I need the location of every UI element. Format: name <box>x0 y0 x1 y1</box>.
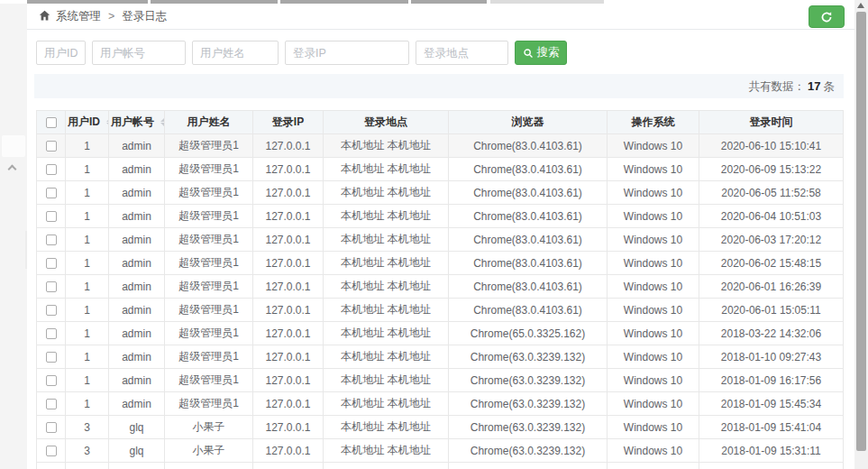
row-select-cell <box>37 369 66 392</box>
row-checkbox[interactable] <box>46 422 57 433</box>
row-checkbox[interactable] <box>46 281 57 292</box>
cell-location: 本机地址 本机地址 <box>324 181 449 205</box>
cell-name: 超级管理员1 <box>165 228 253 252</box>
cell-ip: 127.0.0.1 <box>253 299 324 322</box>
record-count-label: 共有数据： <box>749 80 806 93</box>
table-body: 1admin超级管理员1127.0.0.1本机地址 本机地址Chrome(83.… <box>37 134 844 469</box>
cell-browser: Chrome(83.0.4103.61) <box>449 228 608 252</box>
col-header-user-id[interactable]: 用户ID <box>66 111 109 134</box>
row-checkbox[interactable] <box>46 399 57 409</box>
cell-name: 小果子 <box>165 416 253 439</box>
breadcrumb-section[interactable]: 系统管理 <box>56 9 101 24</box>
cell-user-id: 3 <box>66 439 109 463</box>
row-checkbox[interactable] <box>46 188 57 198</box>
cell-time: 2020-06-03 17:20:12 <box>699 228 844 252</box>
sidebar-mini-card[interactable] <box>2 135 25 157</box>
cell-os: Windows 10 <box>608 158 699 181</box>
cell-name: 超级管理员1 <box>165 392 253 416</box>
cell-name: 超级管理员1 <box>165 369 253 392</box>
cell-location: 本机地址 本机地址 <box>324 369 449 392</box>
cell-user-id: 1 <box>66 345 109 369</box>
table-row: 1admin超级管理员1127.0.0.1本机地址 本机地址Chrome(83.… <box>37 228 844 252</box>
cell-user-id: 1 <box>66 275 109 299</box>
refresh-icon <box>820 11 833 23</box>
table-row: 1admin超级管理员1127.0.0.1本机地址 本机地址Chrome(63.… <box>37 392 844 416</box>
cell-browser: Chrome(63.0.3239.132) <box>449 345 608 369</box>
search-login-location-input[interactable] <box>416 41 508 65</box>
cell-account: admin <box>109 181 165 205</box>
login-log-table: 用户ID 用户帐号 用户姓名 登录IP 登录地点 浏览器 操作系统 登录时间 1… <box>36 110 844 469</box>
cell-os: Windows 10 <box>608 299 699 322</box>
cell-account: admin <box>109 252 165 275</box>
cell-ip: 127.0.0.1 <box>253 322 324 345</box>
cell-os: Windows 10 <box>608 252 699 275</box>
row-checkbox[interactable] <box>46 352 57 363</box>
cell-account: admin <box>109 158 165 181</box>
row-checkbox[interactable] <box>46 141 57 152</box>
search-account-input[interactable] <box>92 41 186 65</box>
cell-time: 2018-01-09 16:17:56 <box>699 369 844 392</box>
cell-location: 本机地址 本机地址 <box>324 228 449 252</box>
cell-os: Windows 10 <box>608 345 699 369</box>
row-checkbox[interactable] <box>46 234 57 245</box>
select-all-checkbox[interactable] <box>46 117 57 128</box>
cell-browser: Chrome(83.0.4103.61) <box>449 252 608 275</box>
cell-os: Windows 10 <box>608 134 699 158</box>
cell-browser: Chrome(63.0.3239.132) <box>449 439 608 463</box>
cell-browser: Chrome(83.0.4103.61) <box>449 205 608 228</box>
row-checkbox[interactable] <box>46 164 57 175</box>
cell-account: admin <box>109 322 165 345</box>
table-row: 1admin超级管理员1127.0.0.1本机地址 本机地址Chrome(83.… <box>37 205 844 228</box>
cell-ip: 127.0.0.1 <box>253 392 324 416</box>
row-checkbox[interactable] <box>46 446 57 456</box>
cell-browser: Chrome(65.0.3325.162) <box>449 322 608 345</box>
col-header-label: 用户ID <box>68 115 100 128</box>
cell-time: 2020-06-09 15:13:22 <box>699 158 844 181</box>
chevron-up-icon[interactable] <box>8 165 17 174</box>
cell-browser: Chrome(83.0.4103.61) <box>449 134 608 158</box>
cell-location: 本机地址 本机地址 <box>324 439 449 463</box>
cell-os: Windows 10 <box>608 228 699 252</box>
cell-ip: 127.0.0.1 <box>253 228 324 252</box>
cell-name: 超级管理员1 <box>165 181 253 205</box>
cell-location: 本机地址 本机地址 <box>324 299 449 322</box>
cell-name: 超级管理员1 <box>165 205 253 228</box>
search-user-name-input[interactable] <box>192 41 279 65</box>
col-header-account[interactable]: 用户帐号 <box>109 111 165 134</box>
cell-os <box>608 463 699 469</box>
row-checkbox[interactable] <box>46 258 57 269</box>
row-checkbox[interactable] <box>46 328 57 339</box>
cell-browser: Chrome(63.0.3239.132) <box>449 416 608 439</box>
cell-os: Windows 10 <box>608 322 699 345</box>
row-checkbox[interactable] <box>46 305 57 316</box>
cell-browser: Chrome(83.0.4103.61) <box>449 158 608 181</box>
cell-browser: Chrome(83.0.4103.61) <box>449 299 608 322</box>
cell-account <box>109 463 165 469</box>
cell-time: 2018-01-09 15:45:34 <box>699 392 844 416</box>
cell-time: 2018-03-22 14:32:06 <box>699 322 844 345</box>
cell-ip: 127.0.0.1 <box>253 369 324 392</box>
cell-time: 2018-01-09 15:41:04 <box>699 416 844 439</box>
cell-ip <box>253 463 324 469</box>
scrollbar-thumb[interactable] <box>856 12 866 451</box>
search-button[interactable]: 搜索 <box>515 41 567 65</box>
row-checkbox[interactable] <box>46 211 57 222</box>
scroll-up-arrow-icon[interactable] <box>857 3 864 8</box>
cell-ip: 127.0.0.1 <box>253 439 324 463</box>
cell-user-id: 1 <box>66 205 109 228</box>
refresh-button[interactable] <box>809 5 845 28</box>
search-login-ip-input[interactable] <box>285 41 409 65</box>
cell-user-id: 1 <box>66 134 109 158</box>
col-header-os: 操作系统 <box>608 111 699 134</box>
table-row: 1admin超级管理员1127.0.0.1本机地址 本机地址Chrome(63.… <box>37 369 844 392</box>
row-checkbox[interactable] <box>46 375 57 386</box>
search-user-id-input[interactable] <box>36 41 86 65</box>
cell-ip: 127.0.0.1 <box>253 134 324 158</box>
row-select-cell <box>37 392 66 416</box>
breadcrumb-page: 登录日志 <box>122 9 167 24</box>
vertical-scrollbar[interactable] <box>854 0 868 469</box>
cell-user-id: 1 <box>66 392 109 416</box>
row-select-cell <box>37 228 66 252</box>
col-header-browser: 浏览器 <box>449 111 608 134</box>
cell-user-id: 1 <box>66 252 109 275</box>
